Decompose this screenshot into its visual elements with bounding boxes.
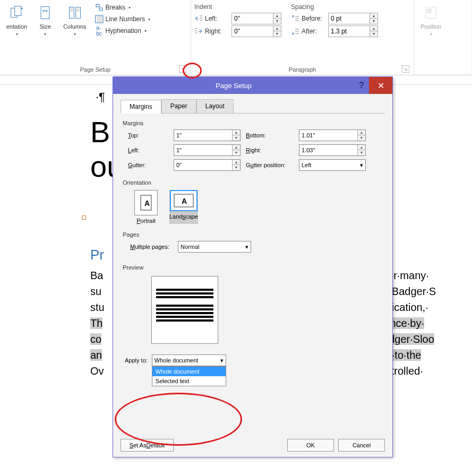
spin-down[interactable]: ▼ (233, 135, 240, 141)
size-button[interactable]: Size ▾ (33, 2, 57, 65)
margin-top-input[interactable]: ▲▼ (174, 129, 241, 141)
gutter-position-label: Gutter position: (246, 162, 294, 168)
apply-to-dropdown: Whole document Selected text (152, 366, 226, 386)
spin-down[interactable]: ▼ (370, 19, 377, 24)
spin-up[interactable]: ▲ (233, 145, 240, 150)
spin-up[interactable]: ▲ (370, 26, 377, 31)
spacing-after-value[interactable] (329, 28, 370, 35)
spin-up[interactable]: ▲ (273, 26, 281, 31)
spacing-header: Spacing (291, 2, 378, 12)
paragraph-group-text: Paragraph (289, 66, 316, 73)
svg-text:A: A (144, 199, 150, 207)
tab-layout[interactable]: Layout (196, 99, 234, 113)
set-as-default-button[interactable]: Set As Default (121, 439, 174, 452)
multiple-pages-select[interactable]: Normal▾ (178, 241, 251, 253)
breaks-button[interactable]: Breaks ▾ (93, 2, 153, 13)
dropdown-arrow-icon: ▾ (74, 32, 76, 37)
columns-icon (66, 4, 83, 21)
spin-down[interactable]: ▼ (358, 150, 365, 155)
spin-up[interactable]: ▲ (358, 130, 365, 135)
indent-header: Indent (194, 2, 281, 12)
preview-box (151, 276, 218, 344)
spin-up[interactable]: ▲ (233, 160, 240, 165)
spin-up[interactable]: ▲ (233, 130, 240, 135)
spacing-after-input[interactable]: ▲▼ (328, 25, 378, 37)
spacing-before-value[interactable] (329, 15, 370, 22)
cancel-button[interactable]: Cancel (338, 439, 385, 452)
tab-paper[interactable]: Paper (161, 99, 196, 113)
dropdown-arrow-icon: ▾ (16, 32, 18, 37)
margin-bottom-label: Bottom: (246, 132, 294, 139)
spin-down[interactable]: ▼ (233, 150, 240, 155)
apply-to-option-whole[interactable]: Whole document (152, 367, 226, 376)
dropdown-arrow-icon: ▾ (144, 29, 147, 33)
portrait-icon: A (134, 190, 158, 215)
spacing-before-input[interactable]: ▲▼ (328, 13, 378, 24)
chevron-down-icon: ▾ (245, 244, 248, 250)
hyphenation-button[interactable]: a-bc Hyphenation ▾ (93, 25, 153, 36)
indent-right-icon (194, 27, 203, 36)
preview-section-label: Preview (123, 264, 385, 271)
columns-button[interactable]: Columns ▾ (60, 2, 89, 65)
ok-button[interactable]: OK (287, 439, 334, 452)
margin-bottom-input[interactable]: ▲▼ (299, 129, 366, 141)
dialog-footer: Set As Default OK Cancel (113, 434, 392, 457)
margin-left-input[interactable]: ▲▼ (174, 144, 241, 156)
page-setup-group-text: Page Setup (80, 66, 111, 73)
gutter-position-select[interactable]: Left▾ (299, 159, 366, 171)
apply-to-option-selected[interactable]: Selected text (152, 376, 226, 386)
dialog-titlebar[interactable]: Page Setup ? ✕ (113, 77, 392, 94)
multiple-pages-value: Normal (181, 244, 199, 250)
spin-down[interactable]: ▼ (273, 19, 281, 24)
spin-down[interactable]: ▼ (273, 31, 281, 37)
orientation-button[interactable]: entation ▾ (3, 2, 30, 65)
hyphenation-label: Hyphenation (106, 27, 141, 34)
chevron-down-icon: ▾ (220, 357, 224, 364)
orientation-landscape[interactable]: A Landscape (169, 190, 198, 224)
indent-right-input[interactable]: ▲▼ (231, 25, 281, 37)
margins-section-label: Margins (123, 120, 385, 126)
hyphenation-icon: a-bc (95, 27, 104, 35)
ribbon-group-page-setup: entation ▾ Size ▾ Columns ▾ Br (0, 0, 191, 75)
pages-section-label: Pages (123, 231, 385, 238)
spin-up[interactable]: ▲ (273, 13, 281, 19)
spacing-before-label: Before: (302, 15, 326, 22)
paragraph-dialog-launcher[interactable]: ↘ (402, 65, 409, 73)
paragraph-group-label: Paragraph ↘ (194, 65, 410, 74)
spin-up[interactable]: ▲ (358, 145, 365, 150)
tab-margins[interactable]: Margins (121, 100, 161, 114)
dialog-title: Page Setup (113, 82, 354, 90)
size-icon (37, 4, 54, 21)
position-label: Position (420, 23, 441, 30)
landscape-icon: A (170, 190, 198, 211)
line-numbers-button[interactable]: Line Numbers ▾ (93, 14, 153, 24)
indent-left-input[interactable]: ▲▼ (231, 13, 281, 24)
ribbon-group-arrange: Position ▾ (414, 0, 472, 75)
svg-rect-10 (99, 8, 102, 11)
apply-to-select[interactable]: Whole document ▾ (152, 354, 226, 366)
indent-left-value[interactable] (232, 15, 273, 22)
gutter-position-value: Left (302, 162, 311, 168)
dialog-tabs: Margins Paper Layout (121, 99, 385, 114)
margin-right-input[interactable]: ▲▼ (299, 144, 366, 156)
margin-top-label: Top: (128, 132, 168, 139)
dialog-help-button[interactable]: ? (354, 81, 369, 90)
columns-label: Columns (63, 23, 86, 30)
spin-down[interactable]: ▼ (370, 31, 377, 37)
orientation-icon (8, 4, 25, 21)
gutter-input[interactable]: ▲▼ (174, 159, 241, 171)
page-setup-dialog-launcher[interactable]: ↘ (179, 65, 186, 73)
spin-up[interactable]: ▲ (370, 13, 377, 19)
spacing-before-icon (291, 14, 299, 23)
gutter-label: Gutter: (128, 162, 168, 168)
svg-rect-9 (96, 4, 99, 7)
dialog-close-button[interactable]: ✕ (369, 77, 392, 94)
page-setup-dialog: Page Setup ? ✕ Margins Paper Layout Marg… (113, 76, 393, 457)
orientation-portrait[interactable]: A Portrait (134, 190, 158, 224)
position-button[interactable]: Position ▾ (417, 2, 444, 72)
ribbon: entation ▾ Size ▾ Columns ▾ Br (0, 0, 472, 75)
spin-down[interactable]: ▼ (233, 165, 240, 170)
spin-down[interactable]: ▼ (358, 135, 365, 141)
line-numbers-label: Line Numbers (106, 15, 145, 23)
indent-right-value[interactable] (232, 28, 273, 35)
